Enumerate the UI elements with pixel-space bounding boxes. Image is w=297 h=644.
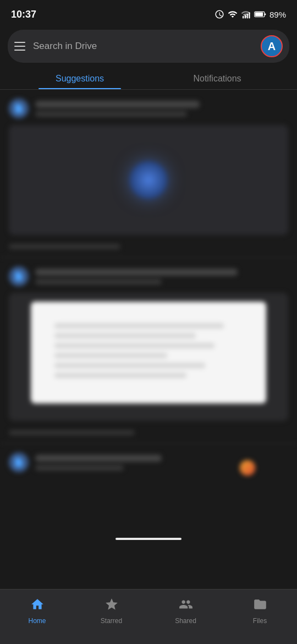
alarm-icon (215, 9, 224, 19)
home-label: Home (28, 617, 46, 625)
status-bar: 10:37 89% (0, 0, 297, 26)
item-2-icon (9, 266, 29, 286)
item-2-subtitle (35, 279, 162, 285)
home-icon (30, 597, 45, 614)
star-icon (105, 597, 119, 614)
status-icons: 89% (215, 9, 286, 19)
item-3-subtitle (35, 465, 124, 471)
svg-rect-0 (243, 16, 244, 19)
svg-rect-3 (249, 12, 250, 18)
item-2-thumbnail (31, 302, 266, 403)
svg-rect-6 (255, 12, 263, 16)
nav-home[interactable]: Home (18, 597, 57, 625)
item-3-title (35, 455, 162, 462)
svg-rect-2 (246, 14, 248, 19)
nav-shared[interactable]: Shared (167, 597, 205, 625)
avatar[interactable]: A (261, 35, 283, 57)
item-2-thumbnail-wrapper (9, 293, 288, 421)
files-icon (253, 597, 267, 614)
item-3-accent (240, 460, 255, 476)
svg-rect-5 (265, 13, 266, 15)
main-content (0, 90, 297, 584)
status-time: 10:37 (11, 9, 36, 20)
files-label: Files (253, 617, 267, 625)
tab-suggestions[interactable]: Suggestions (11, 66, 148, 89)
item-1-thumbnail-inner (129, 161, 168, 199)
battery-percent: 89% (270, 10, 286, 19)
search-bar[interactable]: Search in Drive A (8, 30, 289, 63)
svg-rect-1 (245, 15, 246, 19)
item-3-icon (9, 452, 29, 472)
signal-icon (241, 9, 251, 19)
bottom-nav: Home Starred Shared Files (0, 589, 297, 644)
item-1-title (35, 101, 200, 108)
item-2-title (35, 269, 238, 276)
item-2-footer (9, 430, 135, 435)
item-1-icon (9, 99, 29, 118)
item-1-subtitle (35, 111, 187, 117)
shared-label: Shared (175, 617, 196, 625)
suggestion-item-3[interactable] (0, 444, 297, 472)
tabs-bar: Suggestions Notifications (0, 66, 297, 90)
nav-starred[interactable]: Starred (92, 597, 131, 625)
nav-files[interactable]: Files (241, 597, 279, 625)
wifi-icon (228, 9, 238, 19)
tab-notifications[interactable]: Notifications (148, 66, 286, 89)
starred-label: Starred (101, 617, 122, 625)
battery-icon (254, 9, 266, 19)
suggestion-item-1[interactable] (0, 90, 297, 249)
scroll-indicator (116, 538, 182, 540)
item-1-thumbnail (9, 125, 288, 235)
suggestion-item-2[interactable] (0, 258, 297, 435)
avatar-letter: A (268, 40, 276, 53)
search-input[interactable]: Search in Drive (33, 41, 253, 52)
item-1-footer (9, 244, 120, 249)
shared-icon (179, 597, 193, 614)
menu-icon[interactable] (14, 42, 25, 51)
